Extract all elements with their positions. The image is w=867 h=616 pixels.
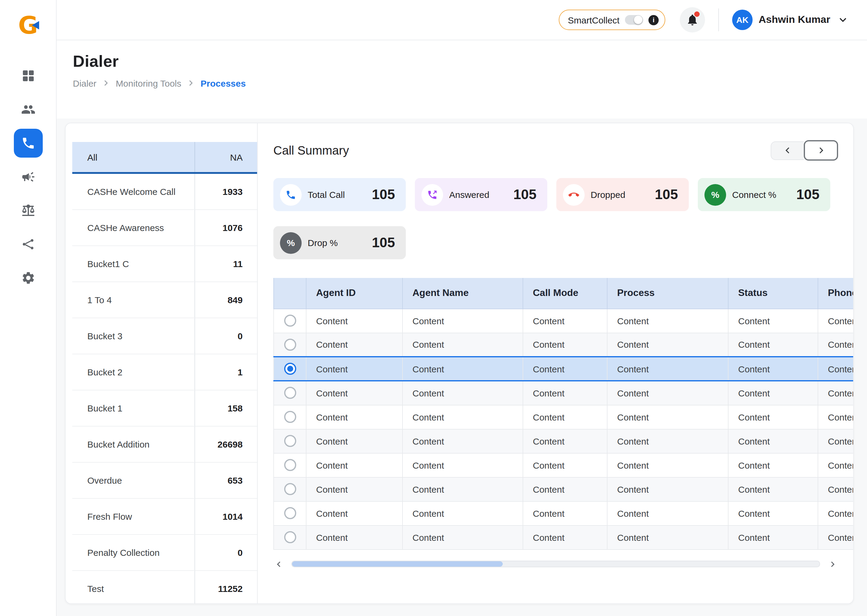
scroll-left-button[interactable] [273,559,284,569]
process-list-item-1-to-4[interactable]: 1 To 4849 [72,282,257,318]
row-radio-cell[interactable] [274,333,306,357]
process-list-item-bucket-addition[interactable]: Bucket Addition26698 [72,426,257,463]
horizontal-scrollbar [273,559,838,569]
row-radio-button[interactable] [284,314,296,327]
avatar: AK [732,9,753,30]
process-list-item-test[interactable]: Test11252 [72,571,257,604]
table-cell: Content [402,357,523,381]
process-name: Bucket 3 [72,318,194,354]
row-radio-button[interactable] [284,387,296,399]
process-list-item-bucket-3[interactable]: Bucket 30 [72,318,257,354]
stat-card-label: Dropped [591,190,625,200]
process-list-item-fresh-flow[interactable]: Fresh Flow1014 [72,499,257,535]
user-menu[interactable]: AK Ashwin Kumar [732,9,850,30]
sidebar-item-megaphone[interactable] [14,162,43,191]
chevron-right-icon [827,559,838,569]
row-radio-button[interactable] [284,339,296,351]
row-radio-button[interactable] [284,459,296,471]
table-row[interactable]: ContentContentContentContentContentConte… [274,333,854,357]
row-radio-button[interactable] [284,411,296,423]
smartcollect-switch[interactable] [625,15,643,25]
row-radio-cell[interactable] [274,357,306,381]
notifications-button[interactable] [680,7,705,33]
process-list-item-bucket-2[interactable]: Bucket 21 [72,354,257,390]
row-radio-button[interactable] [284,483,296,495]
table-row[interactable]: ContentContentContentContentContentConte… [274,357,854,381]
row-radio-button[interactable] [284,363,296,375]
breadcrumb-item-dialer[interactable]: Dialer [73,78,96,88]
sidebar-item-people[interactable] [14,95,43,124]
scrollbar-thumb[interactable] [292,561,503,567]
agents-table-wrap: Agent IDAgent NameCall ModeProcessStatus… [273,278,854,550]
stat-card-label: Drop % [308,237,338,248]
table-cell: Content [818,525,854,549]
row-radio-cell[interactable] [274,525,306,549]
phone-dropped-icon [563,184,585,206]
process-list-item-bucket1-c[interactable]: Bucket1 C11 [72,246,257,282]
dashboard-icon [21,69,35,83]
sidebar-item-phone[interactable] [14,129,43,158]
stat-card-label: Answered [449,190,489,200]
row-radio-button[interactable] [284,507,296,519]
row-radio-cell[interactable] [274,381,306,405]
percent-icon: % [705,184,726,206]
main-column: SmartCollect i AK Ashwin Kumar Dialer Di… [57,0,867,616]
process-list: CASHe Welcome Call1933CASHe Awareness107… [72,174,257,604]
table-cell: Content [818,501,854,525]
process-list-item-bucket-1[interactable]: Bucket 1158 [72,390,257,426]
table-row[interactable]: ContentContentContentContentContentConte… [274,501,854,525]
table-row[interactable]: ContentContentContentContentContentConte… [274,525,854,549]
table-row[interactable]: ContentContentContentContentContentConte… [274,429,854,453]
table-row[interactable]: ContentContentContentContentContentConte… [274,381,854,405]
row-radio-cell[interactable] [274,405,306,429]
table-cell: Content [728,405,818,429]
table-row[interactable]: ContentContentContentContentContentConte… [274,309,854,333]
process-list-item-cashe-awareness[interactable]: CASHe Awareness1076 [72,210,257,246]
process-count: 1014 [194,499,257,534]
row-radio-cell[interactable] [274,477,306,501]
pager-next-button[interactable] [804,140,838,160]
process-name: Penalty Collection [72,535,194,570]
row-radio-button[interactable] [284,435,296,447]
row-radio-cell[interactable] [274,429,306,453]
stat-card-value: 105 [372,235,395,251]
process-list-item-penalty-collection[interactable]: Penalty Collection0 [72,535,257,571]
table-cell: Content [306,405,402,429]
sidebar-item-network[interactable] [14,230,43,259]
process-name: Fresh Flow [72,499,194,534]
table-cell: Content [402,309,523,333]
sidebar-item-settings[interactable] [14,264,43,292]
sidebar-item-dashboard[interactable] [14,61,43,90]
phone-icon [21,136,35,150]
table-row[interactable]: ContentContentContentContentContentConte… [274,405,854,429]
pager-prev-button[interactable] [771,141,804,160]
row-radio-cell[interactable] [274,309,306,333]
table-cell: Content [523,477,607,501]
breadcrumb-item-processes: Processes [200,78,246,88]
process-list-item-cashe-welcome-call[interactable]: CASHe Welcome Call1933 [72,174,257,210]
process-list-item-overdue[interactable]: Overdue653 [72,463,257,499]
process-list-header[interactable]: All NA [72,142,257,174]
table-cell: Content [607,333,728,357]
smartcollect-toggle-pill[interactable]: SmartCollect i [559,9,665,30]
process-name: Bucket 2 [72,354,194,390]
info-icon[interactable]: i [648,15,659,25]
table-cell: Content [306,333,402,357]
breadcrumb-item-monitoring-tools[interactable]: Monitoring Tools [116,78,181,88]
column-header-phone: Phone [818,278,854,309]
table-cell: Content [402,381,523,405]
phone-icon [280,184,302,206]
table-row[interactable]: ContentContentContentContentContentConte… [274,453,854,477]
table-row[interactable]: ContentContentContentContentContentConte… [274,477,854,501]
scroll-right-button[interactable] [827,559,838,569]
table-cell: Content [728,429,818,453]
row-radio-cell[interactable] [274,501,306,525]
content-area: All NA CASHe Welcome Call1933CASHe Aware… [57,118,867,616]
row-radio-cell[interactable] [274,453,306,477]
sidebar-item-scale[interactable] [14,196,43,225]
table-cell: Content [728,309,818,333]
scrollbar-track[interactable] [292,561,820,567]
process-list-header-right: NA [194,142,257,172]
row-radio-button[interactable] [284,531,296,543]
table-cell: Content [523,357,607,381]
